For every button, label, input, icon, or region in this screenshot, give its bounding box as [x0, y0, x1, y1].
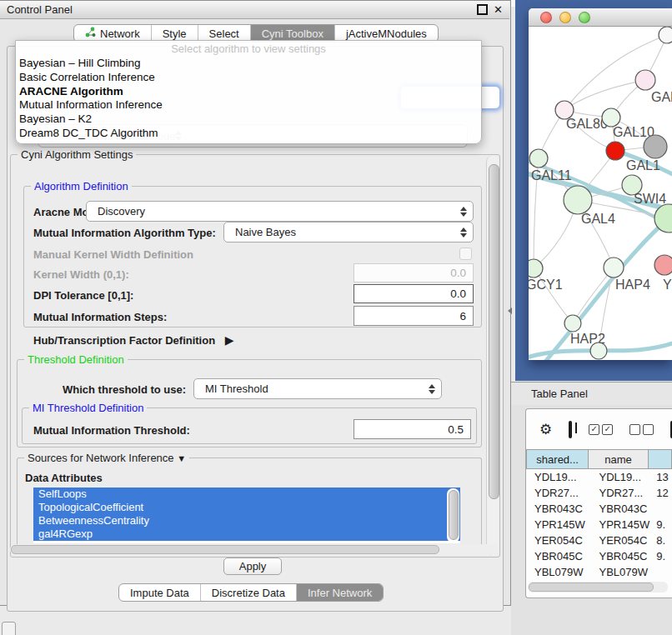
settings-scrollbar[interactable]	[486, 156, 499, 556]
data-attribute-item[interactable]: gal4RGexp	[33, 528, 460, 541]
hide-columns-icon[interactable]	[629, 424, 654, 435]
popup-algorithm-item[interactable]: Bayesian – Hill Climbing	[16, 57, 481, 71]
close-icon[interactable]: ✕	[494, 4, 503, 15]
mi-steps-field[interactable]: 6	[354, 306, 474, 326]
hub-definition-toggle[interactable]: Hub/Transcription Factor Definition ▶	[33, 333, 234, 347]
network-node[interactable]	[659, 27, 672, 43]
column-header-name[interactable]: name	[589, 449, 648, 469]
popup-algorithm-item[interactable]: ARACNE Algorithm	[16, 85, 481, 99]
tab-infer-network[interactable]: Infer Network	[296, 584, 383, 601]
network-view-window: GALGAL80GAL10GAL1GAL11SWI4GAL4GCY1HAP4YH…	[529, 8, 672, 360]
control-panel-titlebar[interactable]: Control Panel ✕	[0, 1, 509, 19]
split-columns-icon[interactable]	[569, 421, 572, 438]
table-row[interactable]: YBL079WYBL079W	[526, 564, 672, 580]
settings-hscrollbar[interactable]	[10, 544, 499, 555]
popup-algorithm-item[interactable]: Bayesian – K2	[16, 112, 481, 127]
data-attributes-list[interactable]: SelfLoopsTopologicalCoefficientBetweenne…	[33, 488, 460, 543]
network-node-gal10[interactable]	[602, 108, 620, 127]
tab-label: Select	[209, 28, 239, 40]
network-node-gal1[interactable]	[606, 142, 624, 160]
aracne-mode-combobox[interactable]: Discovery	[86, 201, 474, 222]
table-row[interactable]: YPR145WYPR145W9.	[526, 517, 672, 532]
table-cell: YER054C	[526, 532, 594, 548]
table-cell: 8.	[656, 532, 672, 548]
table-hscrollbar[interactable]	[528, 582, 668, 592]
mi-threshold-label: Mutual Information Threshold:	[33, 424, 190, 437]
tab-discretize-data[interactable]: Discretize Data	[200, 584, 296, 601]
apply-button[interactable]: Apply	[223, 558, 282, 575]
data-attribute-item[interactable]: SelfLoops	[33, 488, 460, 501]
network-node-y[interactable]	[654, 255, 672, 275]
expand-right-icon[interactable]: ▶	[225, 333, 234, 347]
network-canvas[interactable]: GALGAL80GAL10GAL1GAL11SWI4GAL4GCY1HAP4YH…	[529, 27, 672, 360]
tab-impute-data[interactable]: Impute Data	[119, 584, 200, 601]
table-row[interactable]: YDL19...YDL19...13	[526, 469, 672, 485]
tab-label: Infer Network	[308, 587, 372, 599]
tab-style[interactable]: Style	[151, 25, 198, 42]
bottom-left-mini-icon[interactable]	[2, 622, 16, 635]
dpi-tolerance-label: DPI Tolerance [0,1]:	[33, 289, 133, 302]
manual-kernel-checkbox[interactable]	[459, 248, 472, 260]
data-attribute-item[interactable]: BetweennessCentrality	[33, 514, 460, 528]
stepper-icon	[429, 384, 435, 394]
network-node-gal4[interactable]	[564, 186, 592, 214]
mi-type-combobox[interactable]: Naive Bayes	[223, 222, 474, 242]
sources-toggle[interactable]: Sources for Network Inference ▼	[24, 452, 189, 464]
network-window-titlebar[interactable]	[529, 8, 672, 27]
column-header-partial[interactable]	[649, 449, 672, 469]
tab-network[interactable]: Network	[74, 25, 151, 42]
attributes-scrollbar[interactable]	[447, 488, 459, 542]
network-node[interactable]	[590, 342, 607, 359]
which-threshold-combobox[interactable]: MI Threshold	[193, 378, 442, 399]
network-node-gcy1[interactable]	[529, 259, 543, 278]
data-attribute-item[interactable]: TopologicalCoefficient	[33, 501, 460, 514]
tab-cyni-toolbox[interactable]: Cyni Toolbox	[250, 25, 334, 42]
dpi-tolerance-field[interactable]: 0.0	[354, 284, 474, 303]
control-panel-title: Control Panel	[7, 3, 73, 16]
network-node-hap4[interactable]	[604, 258, 624, 278]
table-cell	[656, 501, 672, 517]
algorithm-select-popup: Select algorithm to view settings Bayesi…	[15, 40, 482, 144]
tab-jactivemnodules[interactable]: jActiveMNodules	[334, 25, 438, 42]
mi-type-value: Naive Bayes	[235, 226, 460, 238]
tab-select[interactable]: Select	[198, 25, 250, 42]
network-node-hap2[interactable]	[564, 315, 581, 332]
gear-icon[interactable]: ⚙	[539, 421, 552, 438]
kernel-width-field[interactable]: 0.0	[354, 263, 474, 282]
table-row[interactable]: YER054CYER054C8.	[526, 532, 672, 548]
table-row[interactable]: YBR045CYBR045C9.	[526, 548, 672, 564]
network-node-label: Y	[663, 278, 672, 292]
popup-algorithm-item[interactable]: Dream8 DC_TDC Algorithm	[16, 127, 481, 141]
network-node[interactable]	[644, 135, 667, 158]
mi-threshold-field[interactable]: 0.5	[354, 419, 471, 439]
network-icon	[85, 27, 96, 40]
pane-resize-marker[interactable]	[508, 308, 512, 314]
show-columns-icon[interactable]: ✓✓	[589, 424, 613, 435]
popup-algorithm-item[interactable]: Mutual Information Inference	[16, 98, 481, 112]
table-subwindow: ⚙ ✓✓ shared... name YDL19...YDL19...13YD…	[525, 408, 672, 598]
network-node-gal[interactable]	[635, 70, 655, 90]
minimize-traffic-light-icon[interactable]	[559, 12, 571, 23]
minimize-icon[interactable]	[477, 4, 488, 15]
table-panel-header: Table Panel	[511, 382, 672, 405]
mi-type-label: Mutual Information Algorithm Type:	[33, 227, 216, 239]
close-traffic-light-icon[interactable]	[540, 12, 552, 23]
bottom-tabbar: Impute Data Discretize Data Infer Networ…	[118, 583, 384, 602]
table-row[interactable]: YDR27...YDR27...12	[526, 485, 672, 501]
zoom-traffic-light-icon[interactable]	[579, 12, 590, 23]
table-row[interactable]: YBR043CYBR043C	[526, 501, 672, 517]
tab-label: Cyni Toolbox	[262, 28, 323, 40]
network-node-gal11[interactable]	[529, 149, 548, 168]
table-cell: YDR27...	[594, 485, 656, 501]
kernel-width-value: 0.0	[450, 267, 466, 279]
table-panel-title: Table Panel	[531, 388, 588, 400]
column-header-shared[interactable]: shared...	[526, 449, 589, 469]
table-cell: YBR045C	[526, 548, 594, 564]
network-node-label: SWI4	[634, 192, 666, 206]
popup-algorithm-item[interactable]: Basic Correlation Inference	[16, 71, 481, 85]
table-cell: YDL19...	[526, 469, 594, 485]
tab-label: Network	[100, 28, 140, 40]
apply-button-label: Apply	[239, 560, 267, 572]
collapse-down-icon[interactable]: ▼	[177, 453, 186, 463]
popup-item-list: Bayesian – Hill ClimbingBasic Correlatio…	[16, 57, 481, 141]
